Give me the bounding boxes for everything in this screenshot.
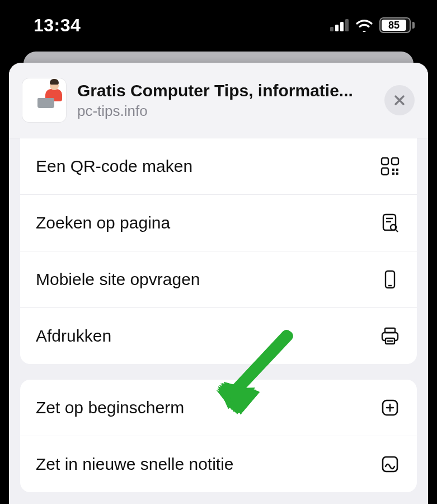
svg-rect-6 [382, 168, 388, 175]
action-quick-note[interactable]: Zet in nieuwe snelle notitie [20, 436, 417, 492]
site-favicon [22, 78, 66, 122]
action-print[interactable]: Afdrukken [20, 307, 417, 364]
svg-rect-0 [330, 27, 333, 31]
status-indicators: 85 [330, 17, 415, 33]
svg-rect-5 [392, 158, 398, 165]
svg-rect-7 [392, 169, 394, 171]
sheet-header: Gratis Computer Tips, informatie... pc-t… [9, 63, 428, 138]
action-find-on-page[interactable]: Zoeken op pagina [20, 194, 417, 251]
close-button[interactable] [384, 85, 415, 115]
svg-line-15 [396, 230, 398, 232]
battery-icon: 85 [379, 17, 415, 33]
svg-rect-2 [340, 22, 344, 31]
battery-percent: 85 [382, 20, 406, 31]
cellular-icon [330, 19, 349, 31]
svg-rect-10 [396, 172, 398, 175]
status-time: 13:34 [34, 15, 81, 36]
svg-rect-1 [335, 25, 339, 31]
action-qr-code[interactable]: Een QR-code maken [20, 138, 417, 194]
svg-rect-3 [345, 19, 349, 31]
close-icon [393, 94, 406, 107]
printer-icon [379, 325, 401, 347]
svg-rect-18 [385, 328, 395, 333]
action-label: Mobiele site opvragen [36, 270, 200, 289]
action-label: Zet in nieuwe snelle notitie [36, 455, 234, 474]
status-bar: 13:34 85 [0, 0, 437, 50]
action-add-to-home[interactable]: Zet op beginscherm [20, 380, 417, 436]
add-to-home-icon [379, 396, 401, 419]
action-label: Zet op beginscherm [36, 398, 184, 417]
qr-code-icon [379, 155, 401, 178]
screen: 13:34 85 [0, 0, 437, 504]
svg-rect-25 [383, 457, 397, 472]
svg-rect-9 [392, 172, 394, 175]
page-title: Gratis Computer Tips, informatie... [77, 81, 373, 100]
action-label: Een QR-code maken [36, 157, 192, 176]
action-label: Zoeken op pagina [36, 213, 170, 232]
svg-rect-8 [396, 169, 398, 171]
header-text: Gratis Computer Tips, informatie... pc-t… [77, 81, 373, 120]
action-label: Afdrukken [36, 326, 111, 346]
share-sheet: Gratis Computer Tips, informatie... pc-t… [9, 63, 428, 504]
action-group: Zet op beginscherm Zet in nieuwe snelle … [20, 380, 417, 492]
action-group: Een QR-code maken Z [20, 138, 417, 364]
find-on-page-icon [379, 212, 401, 234]
actions-scroll[interactable]: Een QR-code maken Z [9, 138, 428, 492]
mobile-site-icon [379, 268, 401, 291]
action-request-mobile-site[interactable]: Mobiele site opvragen [20, 251, 417, 307]
page-domain: pc-tips.info [77, 102, 373, 120]
svg-rect-4 [382, 158, 388, 165]
wifi-icon [355, 18, 374, 32]
quick-note-icon [379, 453, 401, 475]
